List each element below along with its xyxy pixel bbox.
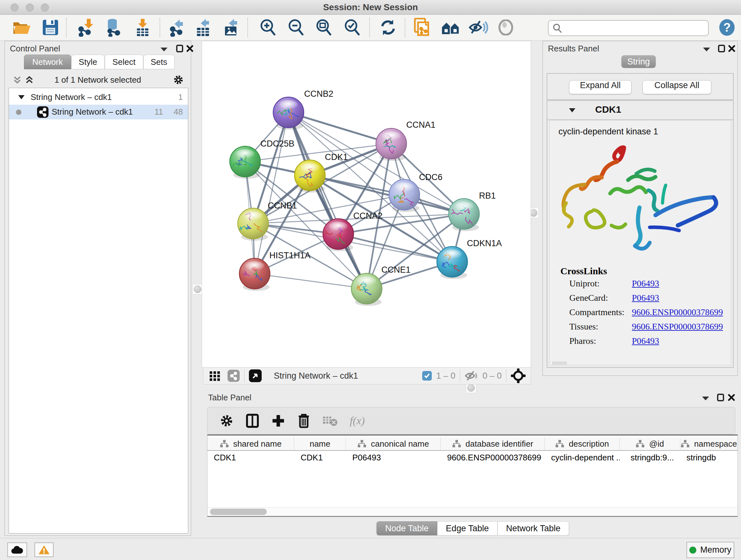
network-edge[interactable]: [255, 112, 288, 273]
tab-sets[interactable]: Sets: [143, 55, 175, 69]
crosslink-link[interactable]: P06493: [632, 293, 659, 303]
close-panel-icon[interactable]: [728, 393, 735, 401]
show-all-button[interactable]: [494, 17, 517, 38]
network-graph[interactable]: CCNB2CCNA1CDC25BCDK1CDC6RB1CCNB1CCNA2CDK…: [202, 41, 531, 367]
tree-expanded-icon[interactable]: [18, 95, 25, 100]
show-column-button[interactable]: [246, 414, 259, 428]
tab-select[interactable]: Select: [105, 55, 143, 69]
save-session-button[interactable]: [39, 17, 62, 38]
memory-status-dot: [689, 547, 696, 554]
expand-all-button[interactable]: Expand All: [569, 80, 631, 94]
crosslink-link[interactable]: 9606.ENSP00000378699: [632, 307, 723, 317]
table-settings-button[interactable]: [219, 414, 233, 428]
first-neighbors-button[interactable]: [440, 17, 462, 38]
float-panel-icon[interactable]: [717, 393, 724, 401]
network-from-selection-button[interactable]: [411, 17, 434, 38]
column-header[interactable]: shared name: [207, 437, 294, 450]
network-node-CDC25B[interactable]: [230, 146, 260, 179]
cell-name: CDK1: [294, 451, 346, 464]
apply-layout-button[interactable]: [377, 17, 400, 38]
column-header[interactable]: namespace: [680, 437, 738, 450]
float-panel-icon[interactable]: [718, 44, 725, 53]
crosslink-link[interactable]: 9606.ENSP00000378699: [632, 321, 723, 332]
selected-nodes-checkbox[interactable]: [422, 371, 432, 381]
collapse-all-button[interactable]: Collapse All: [643, 80, 711, 94]
grid-view-icon[interactable]: [209, 370, 220, 381]
export-table-button[interactable]: [192, 17, 215, 38]
cloud-button[interactable]: [7, 543, 27, 557]
network-row-selected[interactable]: String Network – cdk1 11 48: [9, 105, 188, 119]
network-node-CCNB1[interactable]: [238, 208, 268, 241]
network-node-CCNA1[interactable]: [376, 128, 407, 161]
table-horizontal-scrollbar[interactable]: [207, 507, 738, 516]
import-table-button[interactable]: [131, 17, 154, 38]
export-network-button[interactable]: [165, 17, 189, 38]
hide-selected-button[interactable]: [467, 17, 490, 38]
create-column-button[interactable]: [271, 414, 285, 428]
toolbar-separator: [159, 18, 160, 37]
string-style-icon[interactable]: [227, 370, 240, 382]
scrollbar-thumb[interactable]: [210, 509, 267, 515]
tab-node-table[interactable]: Node Table: [377, 521, 437, 536]
close-panel-icon[interactable]: [728, 44, 736, 53]
eye-slash-icon: [468, 19, 488, 36]
gear-icon[interactable]: [173, 74, 184, 85]
network-node-CDC6[interactable]: [389, 179, 420, 212]
protein-entry-header[interactable]: CDK1: [547, 101, 733, 120]
left-splitter-handle[interactable]: [192, 284, 203, 294]
horizontal-scrollbar[interactable]: [552, 361, 567, 365]
network-node-CCNE1[interactable]: [351, 273, 382, 306]
sitemap-icon: [357, 440, 366, 448]
crosslink-link[interactable]: P06493: [632, 336, 659, 346]
network-edge[interactable]: [288, 112, 391, 144]
zoom-out-button[interactable]: [285, 17, 308, 38]
open-session-button[interactable]: [10, 17, 33, 38]
zoom-fit-button[interactable]: [313, 17, 335, 38]
import-network-from-database-button[interactable]: [102, 17, 125, 38]
network-node-CDK1[interactable]: [294, 160, 325, 192]
network-edge[interactable]: [255, 273, 367, 289]
sitemap-icon: [555, 440, 564, 448]
import-table-icon: [134, 18, 151, 37]
crosslink-link[interactable]: P06493: [632, 278, 659, 289]
search-input[interactable]: [565, 22, 704, 34]
table-row[interactable]: CDK1 CDK1 P06493 9606.ENSP00000378699 cy…: [207, 451, 738, 464]
tab-style[interactable]: Style: [71, 55, 105, 69]
tab-network[interactable]: Network: [24, 55, 71, 69]
warnings-button[interactable]: [35, 543, 54, 557]
network-node-CCNA2[interactable]: [323, 219, 354, 251]
network-canvas[interactable]: CCNB2CCNA1CDC25BCDK1CDC6RB1CCNB1CCNA2CDK…: [202, 41, 531, 368]
network-view-title: String Network – cdk1: [274, 371, 358, 381]
column-header[interactable]: canonical name: [346, 437, 441, 450]
float-panel-icon[interactable]: [176, 44, 184, 53]
column-header[interactable]: @id: [620, 437, 680, 450]
collapse-panel-icon[interactable]: [701, 395, 710, 401]
entry-expanded-icon[interactable]: [568, 107, 576, 113]
import-network-button[interactable]: [75, 17, 98, 38]
network-edge[interactable]: [288, 112, 367, 289]
column-header[interactable]: database identifier: [441, 437, 545, 450]
zoom-in-button[interactable]: [257, 17, 280, 38]
export-image-button[interactable]: [220, 17, 243, 38]
tab-edge-table[interactable]: Edge Table: [437, 521, 497, 536]
network-node-CDKN1A[interactable]: [437, 246, 468, 279]
crosshair-icon[interactable]: [511, 368, 526, 383]
memory-button[interactable]: Memory: [686, 542, 734, 558]
help-button[interactable]: ?: [719, 19, 735, 36]
network-collection-row[interactable]: String Network – cdk1 1: [9, 90, 188, 105]
birdseye-view-icon[interactable]: [249, 369, 262, 382]
close-panel-icon[interactable]: [186, 44, 194, 53]
eye-icon: [497, 19, 515, 36]
delete-column-button[interactable]: [297, 413, 310, 428]
tab-network-table[interactable]: Network Table: [497, 521, 569, 536]
network-node-RB1[interactable]: [449, 199, 479, 231]
column-header[interactable]: description: [545, 437, 620, 450]
zoom-selected-button[interactable]: [341, 17, 364, 38]
network-node-HIST1H1A[interactable]: [239, 258, 270, 291]
collapse-panel-icon[interactable]: [160, 46, 168, 52]
column-header[interactable]: name: [294, 437, 346, 450]
network-node-CCNB2[interactable]: [273, 97, 304, 130]
collapse-panel-icon[interactable]: [702, 46, 711, 52]
gear-icon: [219, 414, 233, 428]
tab-string[interactable]: String: [621, 55, 656, 68]
